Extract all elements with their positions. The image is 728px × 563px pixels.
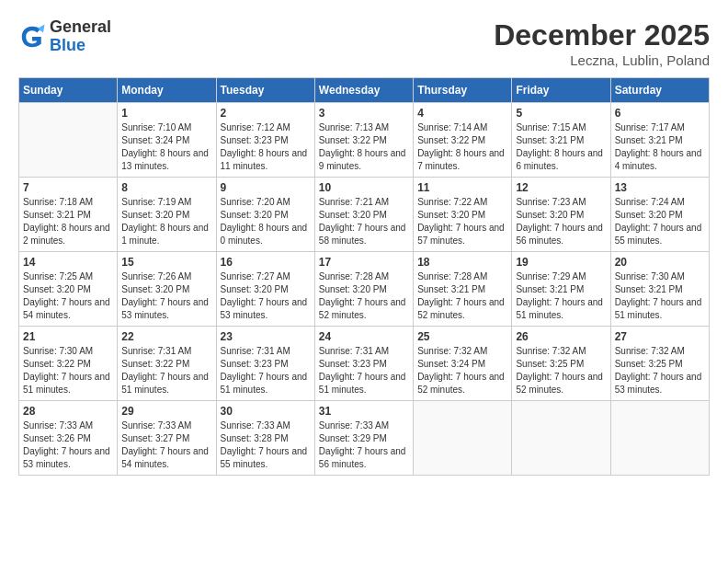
- day-detail: Sunrise: 7:13 AMSunset: 3:22 PMDaylight:…: [319, 121, 409, 173]
- location: Leczna, Lublin, Poland: [494, 52, 710, 68]
- day-number: 13: [615, 181, 705, 194]
- calendar-cell: 19Sunrise: 7:29 AMSunset: 3:21 PMDayligh…: [512, 252, 610, 327]
- calendar-cell: 25Sunrise: 7:32 AMSunset: 3:24 PMDayligh…: [414, 327, 512, 401]
- day-detail: Sunrise: 7:33 AMSunset: 3:28 PMDaylight:…: [221, 419, 311, 471]
- calendar-cell: 5Sunrise: 7:15 AMSunset: 3:21 PMDaylight…: [512, 103, 610, 178]
- day-detail: Sunrise: 7:21 AMSunset: 3:20 PMDaylight:…: [319, 196, 409, 247]
- day-detail: Sunrise: 7:32 AMSunset: 3:24 PMDaylight:…: [417, 345, 507, 396]
- day-detail: Sunrise: 7:31 AMSunset: 3:22 PMDaylight:…: [121, 345, 211, 396]
- calendar-cell: [19, 103, 118, 178]
- day-number: 24: [319, 330, 409, 343]
- title-block: December 2025 Leczna, Lublin, Poland: [494, 18, 710, 68]
- calendar-cell: 3Sunrise: 7:13 AMSunset: 3:22 PMDaylight…: [314, 103, 413, 178]
- calendar-week-row: 28Sunrise: 7:33 AMSunset: 3:26 PMDayligh…: [19, 401, 710, 476]
- general-blue-icon: [18, 23, 46, 51]
- day-detail: Sunrise: 7:25 AMSunset: 3:20 PMDaylight:…: [23, 270, 113, 322]
- calendar-cell: 4Sunrise: 7:14 AMSunset: 3:22 PMDaylight…: [414, 103, 512, 178]
- day-number: 1: [121, 107, 211, 120]
- day-number: 20: [615, 256, 705, 269]
- day-number: 16: [221, 256, 311, 269]
- calendar-cell: 17Sunrise: 7:28 AMSunset: 3:20 PMDayligh…: [314, 252, 413, 327]
- day-number: 19: [516, 256, 606, 269]
- calendar-cell: 21Sunrise: 7:30 AMSunset: 3:22 PMDayligh…: [19, 327, 118, 401]
- day-detail: Sunrise: 7:29 AMSunset: 3:21 PMDaylight:…: [516, 270, 606, 322]
- calendar-cell: 16Sunrise: 7:27 AMSunset: 3:20 PMDayligh…: [216, 252, 314, 327]
- day-detail: Sunrise: 7:18 AMSunset: 3:21 PMDaylight:…: [23, 196, 113, 247]
- calendar-cell: 20Sunrise: 7:30 AMSunset: 3:21 PMDayligh…: [610, 252, 709, 327]
- calendar-header-row: SundayMondayTuesdayWednesdayThursdayFrid…: [19, 78, 710, 103]
- day-detail: Sunrise: 7:22 AMSunset: 3:20 PMDaylight:…: [417, 196, 507, 247]
- logo-general: General: [50, 18, 111, 37]
- day-detail: Sunrise: 7:10 AMSunset: 3:24 PMDaylight:…: [121, 121, 211, 173]
- day-detail: Sunrise: 7:30 AMSunset: 3:22 PMDaylight:…: [23, 345, 113, 396]
- column-header-sunday: Sunday: [19, 78, 118, 103]
- calendar-cell: 30Sunrise: 7:33 AMSunset: 3:28 PMDayligh…: [216, 401, 314, 476]
- calendar-cell: 14Sunrise: 7:25 AMSunset: 3:20 PMDayligh…: [19, 252, 118, 327]
- day-detail: Sunrise: 7:33 AMSunset: 3:26 PMDaylight:…: [23, 419, 113, 471]
- calendar-cell: [512, 401, 610, 476]
- day-number: 30: [221, 405, 311, 418]
- calendar-table: SundayMondayTuesdayWednesdayThursdayFrid…: [18, 77, 710, 476]
- calendar-cell: 28Sunrise: 7:33 AMSunset: 3:26 PMDayligh…: [19, 401, 118, 476]
- day-detail: Sunrise: 7:17 AMSunset: 3:21 PMDaylight:…: [615, 121, 705, 173]
- page-header: General Blue December 2025 Leczna, Lubli…: [18, 18, 710, 68]
- day-detail: Sunrise: 7:32 AMSunset: 3:25 PMDaylight:…: [516, 345, 606, 396]
- day-number: 8: [121, 181, 211, 194]
- calendar-cell: 9Sunrise: 7:20 AMSunset: 3:20 PMDaylight…: [216, 178, 314, 252]
- calendar-cell: 10Sunrise: 7:21 AMSunset: 3:20 PMDayligh…: [314, 178, 413, 252]
- calendar-week-row: 21Sunrise: 7:30 AMSunset: 3:22 PMDayligh…: [19, 327, 710, 401]
- calendar-cell: 2Sunrise: 7:12 AMSunset: 3:23 PMDaylight…: [216, 103, 314, 178]
- day-number: 17: [319, 256, 409, 269]
- logo-blue: Blue: [50, 37, 111, 55]
- day-detail: Sunrise: 7:14 AMSunset: 3:22 PMDaylight:…: [417, 121, 507, 173]
- calendar-week-row: 7Sunrise: 7:18 AMSunset: 3:21 PMDaylight…: [19, 178, 710, 252]
- day-number: 31: [319, 405, 409, 418]
- day-number: 5: [516, 107, 606, 120]
- day-number: 25: [417, 330, 507, 343]
- day-number: 4: [417, 107, 507, 120]
- day-number: 18: [417, 256, 507, 269]
- column-header-thursday: Thursday: [414, 78, 512, 103]
- day-detail: Sunrise: 7:15 AMSunset: 3:21 PMDaylight:…: [516, 121, 606, 173]
- day-detail: Sunrise: 7:31 AMSunset: 3:23 PMDaylight:…: [319, 345, 409, 396]
- calendar-cell: 23Sunrise: 7:31 AMSunset: 3:23 PMDayligh…: [216, 327, 314, 401]
- day-number: 26: [516, 330, 606, 343]
- column-header-friday: Friday: [512, 78, 610, 103]
- day-detail: Sunrise: 7:20 AMSunset: 3:20 PMDaylight:…: [221, 196, 311, 247]
- day-detail: Sunrise: 7:26 AMSunset: 3:20 PMDaylight:…: [121, 270, 211, 322]
- calendar-cell: 27Sunrise: 7:32 AMSunset: 3:25 PMDayligh…: [610, 327, 709, 401]
- day-number: 2: [221, 107, 311, 120]
- day-number: 22: [121, 330, 211, 343]
- calendar-cell: [610, 401, 709, 476]
- day-number: 29: [121, 405, 211, 418]
- day-number: 14: [23, 256, 113, 269]
- calendar-cell: 12Sunrise: 7:23 AMSunset: 3:20 PMDayligh…: [512, 178, 610, 252]
- day-number: 12: [516, 181, 606, 194]
- calendar-cell: [414, 401, 512, 476]
- day-detail: Sunrise: 7:30 AMSunset: 3:21 PMDaylight:…: [615, 270, 705, 322]
- day-detail: Sunrise: 7:33 AMSunset: 3:27 PMDaylight:…: [121, 419, 211, 471]
- day-number: 6: [615, 107, 705, 120]
- day-number: 3: [319, 107, 409, 120]
- calendar-cell: 31Sunrise: 7:33 AMSunset: 3:29 PMDayligh…: [314, 401, 413, 476]
- calendar-week-row: 14Sunrise: 7:25 AMSunset: 3:20 PMDayligh…: [19, 252, 710, 327]
- day-detail: Sunrise: 7:24 AMSunset: 3:20 PMDaylight:…: [615, 196, 705, 247]
- month-title: December 2025: [494, 18, 710, 52]
- day-detail: Sunrise: 7:33 AMSunset: 3:29 PMDaylight:…: [319, 419, 409, 471]
- day-number: 23: [221, 330, 311, 343]
- calendar-week-row: 1Sunrise: 7:10 AMSunset: 3:24 PMDaylight…: [19, 103, 710, 178]
- day-detail: Sunrise: 7:12 AMSunset: 3:23 PMDaylight:…: [221, 121, 311, 173]
- day-detail: Sunrise: 7:28 AMSunset: 3:21 PMDaylight:…: [417, 270, 507, 322]
- calendar-cell: 15Sunrise: 7:26 AMSunset: 3:20 PMDayligh…: [118, 252, 216, 327]
- column-header-wednesday: Wednesday: [314, 78, 413, 103]
- day-number: 28: [23, 405, 113, 418]
- calendar-cell: 7Sunrise: 7:18 AMSunset: 3:21 PMDaylight…: [19, 178, 118, 252]
- day-number: 21: [23, 330, 113, 343]
- calendar-cell: 1Sunrise: 7:10 AMSunset: 3:24 PMDaylight…: [118, 103, 216, 178]
- calendar-cell: 29Sunrise: 7:33 AMSunset: 3:27 PMDayligh…: [118, 401, 216, 476]
- day-detail: Sunrise: 7:31 AMSunset: 3:23 PMDaylight:…: [221, 345, 311, 396]
- calendar-cell: 22Sunrise: 7:31 AMSunset: 3:22 PMDayligh…: [118, 327, 216, 401]
- day-number: 27: [615, 330, 705, 343]
- day-number: 11: [417, 181, 507, 194]
- logo-text: General Blue: [50, 18, 111, 55]
